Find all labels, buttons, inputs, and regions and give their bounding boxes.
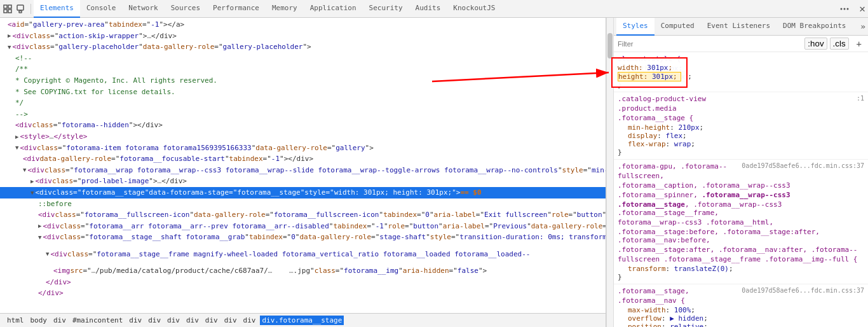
- svg-rect-3: [8, 10, 11, 13]
- dom-line: ::before: [0, 198, 606, 210]
- svg-point-6: [841, 8, 843, 10]
- style-rule-fotorama-nav: .fotorama__stage, 0ade197d58aefe6...fdc.…: [614, 284, 868, 327]
- inspect-icon[interactable]: [3, 4, 13, 14]
- dom-panel: <a id="gallery-prev-area" tabindex="-1">…: [0, 18, 606, 327]
- dom-line: <div class="fotorama--hidden"></div>: [0, 120, 606, 131]
- more-tabs-button[interactable]: [835, 4, 854, 13]
- styles-tab-dom-breakpoints[interactable]: DOM Breakpoints: [776, 18, 852, 36]
- hov-button[interactable]: :hov: [804, 38, 827, 50]
- tab-elements[interactable]: Elements: [34, 0, 80, 18]
- filter-input[interactable]: [618, 40, 799, 48]
- dom-line: ▼<div class="gallery-placeholder" data-g…: [0, 41, 606, 53]
- breadcrumb-item[interactable]: html: [5, 316, 26, 325]
- svg-point-7: [844, 8, 846, 10]
- breadcrumb-item[interactable]: div: [222, 316, 239, 325]
- breadcrumb-item[interactable]: div.fotorama__stage: [260, 316, 344, 325]
- styles-tabs-more-button[interactable]: »: [860, 22, 865, 31]
- svg-rect-2: [4, 10, 7, 13]
- styles-tab-styles[interactable]: Styles: [616, 18, 654, 36]
- dom-line: </div>: [0, 277, 606, 288]
- breadcrumb-item[interactable]: div: [203, 316, 220, 325]
- breadcrumb-item[interactable]: div: [127, 316, 144, 325]
- dom-line: ▶<div class="prod-label-image">…</div>: [0, 176, 606, 187]
- tab-memory[interactable]: Memory: [266, 0, 304, 18]
- dom-line: */: [0, 97, 606, 109]
- tab-sources[interactable]: Sources: [165, 0, 207, 18]
- styles-tab-bar: StylesComputedEvent ListenersDOM Breakpo…: [614, 18, 868, 36]
- dom-line: -->: [0, 109, 606, 120]
- dom-line: /**: [0, 64, 606, 75]
- dom-line: </div>: [0, 288, 606, 299]
- tab-console[interactable]: Console: [80, 0, 122, 18]
- dom-line: ▶<style>…</style>: [0, 131, 606, 143]
- main-tab-bar: ElementsConsoleNetworkSourcesPerformance…: [0, 0, 868, 18]
- breadcrumb-item[interactable]: div: [241, 316, 258, 325]
- dom-line: <!--: [0, 53, 606, 64]
- tab-network[interactable]: Network: [122, 0, 164, 18]
- svg-rect-0: [4, 5, 7, 8]
- filter-bar: :hov .cls +: [614, 36, 868, 52]
- tab-audits[interactable]: Audits: [409, 0, 447, 18]
- dom-line: ▼<div class="fotorama__wrap fotorama__wr…: [0, 165, 606, 176]
- breadcrumb-bar: html body div #maincontent div div div d…: [0, 313, 606, 327]
- styles-panel: StylesComputedEvent ListenersDOM Breakpo…: [614, 18, 868, 327]
- breadcrumb-item[interactable]: div: [146, 316, 163, 325]
- dom-line: * See COPYING.txt for license details.: [0, 87, 606, 98]
- dom-line: <a id="gallery-prev-area" tabindex="-1">…: [0, 19, 606, 31]
- styles-tab-event-listeners[interactable]: Event Listeners: [701, 18, 776, 36]
- breadcrumb-item[interactable]: #maincontent: [71, 316, 125, 325]
- breadcrumb-item[interactable]: div: [51, 316, 68, 325]
- add-style-button[interactable]: +: [854, 39, 864, 49]
- cls-button[interactable]: .cls: [830, 38, 849, 50]
- close-devtools-button[interactable]: ✕: [859, 3, 865, 15]
- dom-line: <div class="fotorama__fullscreen-icon" d…: [0, 209, 606, 221]
- dom-line: ▶<div class="action-skip-wrapper">…</div…: [0, 31, 606, 42]
- device-icon[interactable]: [15, 4, 25, 14]
- breadcrumb-item[interactable]: div: [184, 316, 201, 325]
- tab-knockoutjs[interactable]: KnockoutJS: [447, 0, 501, 18]
- tab-application[interactable]: Application: [304, 0, 363, 18]
- styles-tab-computed[interactable]: Computed: [654, 18, 701, 36]
- dom-line: <img src="…/pub/media/catalog/product/ca…: [0, 265, 606, 277]
- breadcrumb-item[interactable]: div: [165, 316, 182, 325]
- dom-line: * Copyright © Magento, Inc. All rights r…: [0, 75, 606, 87]
- style-rule-catalog: .catalog-product-view :1 .product.media …: [614, 92, 868, 160]
- devtools-window: ElementsConsoleNetworkSourcesPerformance…: [0, 0, 868, 327]
- styles-content: element.style { width: 301px; height: 30…: [614, 52, 868, 327]
- breadcrumb-item[interactable]: body: [29, 316, 50, 325]
- svg-rect-1: [8, 5, 11, 8]
- svg-point-8: [847, 8, 849, 10]
- dom-line: <div data-gallery-role="fotorama__focusa…: [0, 153, 606, 165]
- dom-scrollbar[interactable]: [606, 18, 614, 327]
- dom-line: ▶<div class="fotorama__arr fotorama__arr…: [0, 221, 606, 232]
- svg-rect-4: [17, 5, 24, 10]
- style-rule-fotorama-gpu: .fotorama-gpu, .fotorama-- 0ade197d58aef…: [614, 160, 868, 284]
- dom-line[interactable]: ▼<div class="fotorama__stage" data-fotor…: [0, 187, 606, 198]
- tab-performance[interactable]: Performance: [207, 0, 266, 18]
- dom-line: ▼<div class="fotorama__stage__frame magn…: [0, 243, 606, 265]
- dom-line: ▼<div class="fotorama-item fotorama foto…: [0, 143, 606, 154]
- svg-rect-5: [19, 11, 22, 13]
- style-rule-element: element.style { width: 301px; height: 30…: [614, 52, 868, 92]
- dom-line: ▼<div class="fotorama__stage__shaft foto…: [0, 232, 606, 243]
- tab-security[interactable]: Security: [363, 0, 409, 18]
